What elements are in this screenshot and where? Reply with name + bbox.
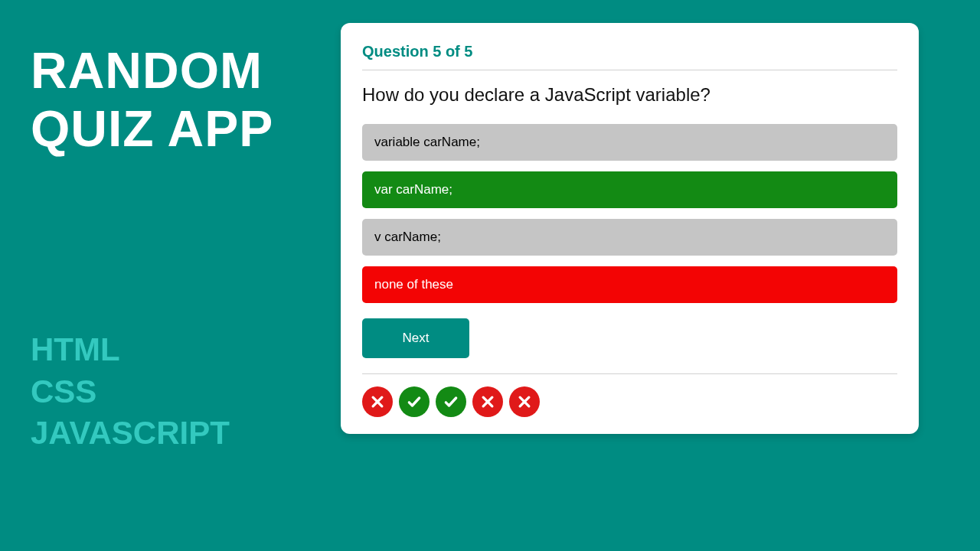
app-title-line1: RANDOM [31, 42, 337, 100]
option-button[interactable]: variable carName; [362, 124, 897, 161]
divider [362, 70, 897, 70]
answer-history [362, 386, 897, 417]
quiz-card: Question 5 of 5 How do you declare a Jav… [341, 23, 919, 434]
question-text: How do you declare a JavaScript variable… [362, 84, 897, 106]
tech-stack-block: HTML CSS JAVASCRIPT [31, 329, 230, 455]
history-wrong-icon [362, 386, 393, 417]
history-wrong-icon [472, 386, 503, 417]
divider [362, 373, 897, 374]
tech-item-html: HTML [31, 329, 230, 371]
headline-block: RANDOM QUIZ APP [31, 42, 337, 158]
history-correct-icon [436, 386, 466, 417]
question-progress: Question 5 of 5 [362, 43, 897, 70]
tech-item-js: JAVASCRIPT [31, 412, 230, 455]
option-button[interactable]: none of these [362, 266, 897, 303]
option-button[interactable]: var carName; [362, 171, 897, 208]
app-title-line2: QUIZ APP [31, 100, 337, 158]
option-button[interactable]: v carName; [362, 219, 897, 256]
history-wrong-icon [509, 386, 540, 417]
next-button[interactable]: Next [362, 318, 469, 358]
history-correct-icon [399, 386, 430, 417]
options-list: variable carName;var carName;v carName;n… [362, 124, 897, 314]
tech-item-css: CSS [31, 371, 230, 413]
